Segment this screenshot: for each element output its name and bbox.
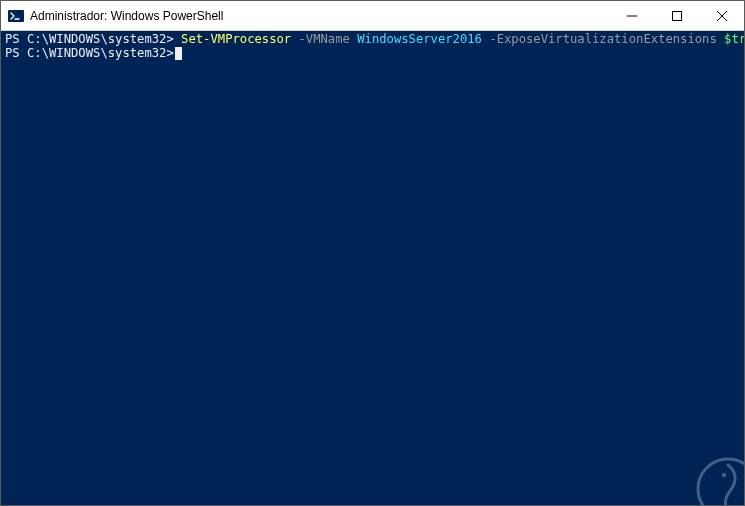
svg-rect-0	[8, 10, 24, 22]
powershell-icon	[8, 8, 24, 24]
svg-rect-3	[672, 11, 681, 20]
maximize-button[interactable]	[654, 1, 699, 30]
watermark-icon	[692, 453, 744, 505]
svg-point-7	[722, 473, 726, 477]
svg-point-6	[698, 459, 744, 505]
window-title: Administrador: Windows PowerShell	[30, 9, 609, 23]
minimize-button[interactable]	[609, 1, 654, 30]
terminal-area[interactable]: PS C:\WINDOWS\system32> Set-VMProcessor …	[1, 31, 744, 505]
bool-text: $true	[717, 32, 744, 46]
powershell-window: Administrador: Windows PowerShell PS C:\…	[0, 0, 745, 506]
prompt-text: PS C:\WINDOWS\system32>	[5, 32, 174, 46]
param-text: -ExposeVirtualizationExtensions	[482, 32, 717, 46]
command-text: Set-VMProcessor	[174, 32, 291, 46]
param-text: -VMName	[291, 32, 350, 46]
cursor	[175, 47, 182, 60]
terminal-line: PS C:\WINDOWS\system32> Set-VMProcessor …	[5, 32, 740, 46]
close-button[interactable]	[699, 1, 744, 30]
titlebar[interactable]: Administrador: Windows PowerShell	[1, 1, 744, 31]
arg-text: WindowsServer2016	[350, 32, 482, 46]
window-controls	[609, 1, 744, 30]
prompt-text: PS C:\WINDOWS\system32>	[5, 46, 174, 60]
terminal-line: PS C:\WINDOWS\system32>	[5, 46, 740, 60]
